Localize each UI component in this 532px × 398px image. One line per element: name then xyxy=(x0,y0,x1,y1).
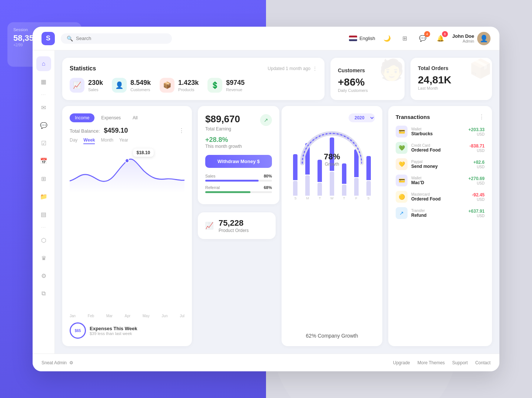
tx-amount-master: -92.45 USD xyxy=(472,192,485,202)
footer-links: Upgrade More Themes Support Contact xyxy=(393,360,491,365)
product-orders-label: Product Orders xyxy=(219,228,249,233)
sidebar-item-box[interactable]: ⬡ xyxy=(36,233,51,248)
bar-label-T2: T xyxy=(343,196,345,200)
stats-grid: 📈 230k Sales 👤 8.549k Customers xyxy=(70,78,317,93)
notifications-button[interactable]: 🔔 8 xyxy=(435,33,446,44)
stat-sales: 📈 230k Sales xyxy=(70,78,103,93)
search-icon: 🔍 xyxy=(67,36,73,42)
tx-icon-starbucks: 💳 xyxy=(396,126,408,137)
statistics-card: Statistics Updated 1 month ago ⋮ 📈 230k … xyxy=(62,58,325,100)
chart-tooltip: $18.10 xyxy=(133,149,154,157)
balance-value: $459.10 xyxy=(104,127,128,134)
tab-all[interactable]: All xyxy=(127,113,143,122)
period-year[interactable]: Year xyxy=(119,137,128,144)
sales-progress-fill xyxy=(205,180,259,182)
sidebar-item-mail[interactable]: ✉ xyxy=(36,100,51,115)
bar-F-light xyxy=(354,178,359,196)
notifications-badge: 8 xyxy=(442,31,448,37)
transactions-options-icon[interactable]: ⋮ xyxy=(479,113,485,120)
gauge-label: 78% Growth xyxy=(324,152,340,167)
bar-chart: S M T xyxy=(289,170,375,200)
sidebar-item-settings[interactable]: ⚙ xyxy=(36,268,51,283)
stat-sales-icon: 📈 xyxy=(70,78,84,93)
footer-upgrade[interactable]: Upgrade xyxy=(393,360,410,365)
expenses-sub: $39 less than last week xyxy=(90,331,137,336)
language-selector[interactable]: English xyxy=(349,36,375,41)
sidebar-item-chat[interactable]: 💬 xyxy=(36,118,51,133)
footer-support[interactable]: Support xyxy=(452,360,468,365)
stat-customers-icon: 👤 xyxy=(112,78,127,93)
period-month[interactable]: Month xyxy=(101,137,113,144)
search-input[interactable] xyxy=(76,36,166,41)
stat-customers: 👤 8.549k Customers xyxy=(112,78,151,93)
transaction-paypal: 💛 Paypal Send money +82.6 USD xyxy=(396,158,485,170)
sales-progress-bar xyxy=(205,180,272,182)
tab-income[interactable]: Income xyxy=(70,113,94,122)
bar-S2-blue xyxy=(366,156,371,180)
sidebar-item-table[interactable]: ▤ xyxy=(36,207,51,222)
language-label: English xyxy=(359,36,375,41)
bar-label-M: M xyxy=(306,196,309,200)
tx-details-starbucks: Wallet Starbucks xyxy=(411,127,465,136)
balance-options-icon[interactable]: ⋮ xyxy=(179,127,184,134)
period-tabs: Day Week Month Year xyxy=(70,137,184,144)
sidebar-dots-2: ··· xyxy=(41,225,46,230)
bar-chart-container: S M T xyxy=(289,170,375,329)
gauge-sub: Growth xyxy=(324,162,340,167)
footer-contact[interactable]: Contact xyxy=(475,360,491,365)
stat-products-icon: 📦 xyxy=(160,78,174,93)
bar-M-light xyxy=(305,175,310,196)
stat-sales-value: 230k xyxy=(88,79,103,87)
transaction-ordered-food-1: 💚 Credit Card Ordered Food -838.71 USD xyxy=(396,142,485,154)
sidebar-item-layout[interactable]: ▦ xyxy=(36,74,51,89)
topbar-right: English 🌙 ⊞ 💬 4 🔔 8 John Doe Admin 👤 xyxy=(349,32,491,45)
balance-row: Total Balance: $459.10 ⋮ xyxy=(70,127,184,135)
grid-view-toggle[interactable]: ⊞ xyxy=(399,33,411,44)
stat-revenue-value: $9745 xyxy=(226,79,245,87)
earning-trend-icon: ↗ xyxy=(260,114,272,126)
sidebar-item-tasks[interactable]: ☑ xyxy=(36,136,51,150)
referral-progress-fill xyxy=(205,191,250,193)
sidebar-item-calendar[interactable]: 📅 xyxy=(36,153,51,168)
user-profile[interactable]: John Doe Admin 👤 xyxy=(452,32,491,45)
tab-expenses[interactable]: Expenses xyxy=(96,113,126,122)
period-week[interactable]: Week xyxy=(83,137,95,144)
product-orders-value: 75,228 xyxy=(219,218,249,228)
sidebar-dots-1: ··· xyxy=(41,92,46,97)
footer-more-themes[interactable]: More Themes xyxy=(418,360,445,365)
user-name: John Doe xyxy=(452,33,474,39)
stat-revenue-icon: 💲 xyxy=(207,78,222,93)
main-dashboard-card: S 🔍 English 🌙 ⊞ 💬 4 🔔 8 John Doe xyxy=(33,27,499,371)
sidebar-item-home[interactable]: ⌂ xyxy=(36,56,51,71)
sidebar-item-grid[interactable]: ⊞ xyxy=(36,171,51,186)
sidebar-item-crown[interactable]: ♛ xyxy=(36,251,51,265)
row-statistics: Statistics Updated 1 month ago ⋮ 📈 230k … xyxy=(62,58,492,100)
stat-products-value: 1.423k xyxy=(178,79,199,87)
messages-button[interactable]: 💬 4 xyxy=(417,33,429,44)
earning-card: $89,670 ↗ Total Earning +28.8% This mont… xyxy=(198,106,279,204)
tx-icon-paypal: 💛 xyxy=(396,158,408,170)
svg-point-0 xyxy=(125,159,129,163)
tx-amount-macd: +270.69 USD xyxy=(468,176,485,185)
bar-label-T1: T xyxy=(319,196,321,200)
period-day[interactable]: Day xyxy=(70,137,77,144)
bar-label-W: W xyxy=(330,196,334,200)
bar-S2-light xyxy=(366,181,371,196)
stat-products: 📦 1.423k Products xyxy=(160,78,199,93)
sales-label: Sales xyxy=(205,174,216,178)
sidebar-item-folder[interactable]: 📁 xyxy=(36,189,51,204)
messages-badge: 4 xyxy=(424,31,430,37)
tx-details-transfer: Transfer Refund xyxy=(411,209,465,218)
growth-company-label: 62% Company Growth xyxy=(306,333,358,339)
flag-icon xyxy=(349,36,357,41)
bar-label-S1: S xyxy=(294,196,296,200)
user-role: Admin xyxy=(452,39,474,43)
tx-amount-credit: -838.71 USD xyxy=(469,143,485,153)
dark-mode-toggle[interactable]: 🌙 xyxy=(381,33,393,44)
year-selector[interactable]: 202020212022 xyxy=(349,113,375,122)
sidebar-item-copy[interactable]: ⧉ xyxy=(36,286,51,301)
search-bar[interactable]: 🔍 xyxy=(61,33,172,44)
withdraw-button[interactable]: Withdraw Money $ xyxy=(205,155,272,168)
referral-progress-bar xyxy=(205,191,272,193)
more-options-icon[interactable]: ⋮ xyxy=(313,66,317,71)
